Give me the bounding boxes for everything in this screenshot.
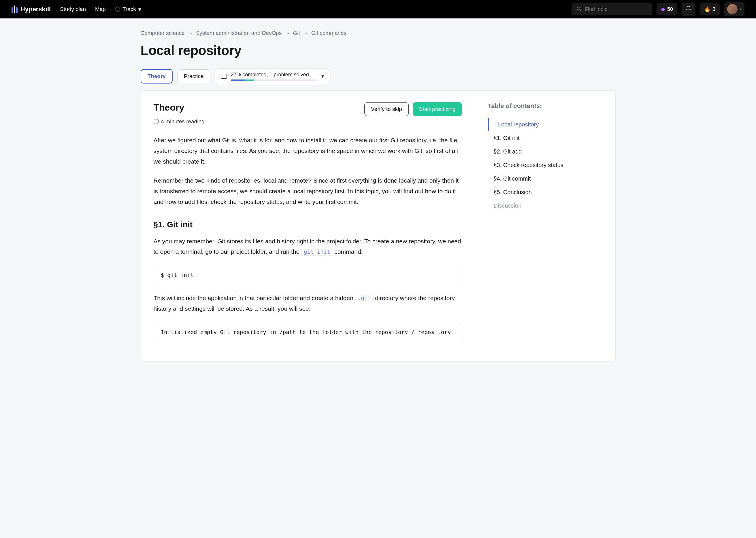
breadcrumb: Computer science → System administration… — [141, 30, 615, 36]
svg-line-1 — [580, 10, 580, 10]
bell-icon — [686, 6, 691, 13]
map-icon — [221, 74, 227, 79]
section-heading: Theory — [154, 102, 185, 113]
nav-track[interactable]: Track ▾ — [115, 6, 141, 13]
theory-header: Theory Verify to skip Start practicing — [154, 102, 462, 116]
chevron-down-icon: ▾ — [138, 6, 141, 13]
toc-title: Table of contents: — [488, 102, 586, 110]
code-block: $ git init — [154, 266, 462, 284]
nav-study-plan[interactable]: Study plan — [60, 6, 86, 12]
toc-item[interactable]: §4. Git commit — [488, 172, 586, 186]
code-block: Initialized empty Git repository in /pat… — [154, 323, 462, 341]
toc-item[interactable]: §3. Check repository status — [488, 158, 586, 172]
breadcrumb-item[interactable]: Computer science — [141, 30, 185, 36]
search-box[interactable] — [571, 3, 652, 15]
toc-item[interactable]: §1. Git init — [488, 131, 586, 145]
progress-text: 27% completed, 1 problem solved — [231, 72, 317, 78]
toc-item[interactable]: §2. Git add — [488, 145, 586, 158]
content-card: Theory Verify to skip Start practicing 4… — [141, 90, 615, 362]
nav-map[interactable]: Map — [95, 6, 106, 12]
gem-icon: ◆ — [661, 6, 665, 12]
logo[interactable]: Hyperskill — [12, 6, 51, 13]
avatar — [727, 4, 737, 14]
tab-practice[interactable]: Practice — [177, 70, 210, 83]
tab-theory[interactable]: Theory — [141, 69, 173, 83]
paragraph: Remember the two kinds of repositories: … — [154, 175, 462, 207]
streak-pill[interactable]: 🔥 3 — [700, 3, 720, 15]
code-inline: .git — [355, 294, 374, 302]
toc-item[interactable]: §5. Conclusion — [488, 186, 586, 199]
user-menu[interactable]: ▾ — [724, 2, 744, 16]
breadcrumb-item[interactable]: System administration and DevOps — [196, 30, 282, 36]
breadcrumb-item[interactable]: Git commands — [311, 30, 346, 36]
notifications-pill[interactable] — [682, 3, 695, 16]
paragraph: As you may remember, Git stores its file… — [154, 236, 462, 257]
tab-row: Theory Practice 27% completed, 1 problem… — [141, 69, 615, 84]
search-icon — [576, 6, 581, 12]
svg-point-0 — [577, 7, 580, 10]
gems-pill[interactable]: ◆ 50 — [657, 3, 677, 15]
clock-icon — [154, 119, 159, 124]
breadcrumb-item[interactable]: Git — [293, 30, 300, 36]
logo-icon — [12, 6, 18, 13]
chevron-down-icon: ▾ — [321, 73, 324, 80]
paragraph: After we figured out what Git is, what i… — [154, 135, 462, 167]
spinner-icon — [115, 7, 120, 12]
brand-name: Hyperskill — [21, 6, 51, 13]
toc-column: Table of contents: ↑ Local repository §1… — [488, 102, 586, 350]
subheading-git-init: §1. Git init — [154, 220, 462, 229]
search-input[interactable] — [585, 6, 648, 12]
main-container: Computer science → System administration… — [125, 19, 632, 373]
code-inline: git init — [301, 248, 333, 256]
reading-time: 4 minutes reading — [154, 118, 462, 125]
navbar: Hyperskill Study plan Map Track ▾ ◆ 50 🔥… — [0, 0, 756, 19]
toc-item-discussion[interactable]: Discussion — [488, 199, 586, 213]
verify-skip-button[interactable]: Verify to skip — [364, 102, 409, 116]
progress-pill[interactable]: 27% completed, 1 problem solved ▾ — [215, 69, 330, 84]
paragraph: This will include the application in tha… — [154, 293, 462, 314]
toc-item[interactable]: ↑ Local repository — [488, 118, 586, 131]
progress-bar — [231, 80, 317, 81]
start-practicing-button[interactable]: Start practicing — [413, 102, 462, 116]
page-title: Local repository — [141, 43, 615, 58]
chevron-down-icon: ▾ — [740, 7, 742, 11]
main-column: Theory Verify to skip Start practicing 4… — [154, 102, 462, 350]
navbar-right: ◆ 50 🔥 3 ▾ — [571, 2, 744, 16]
flame-icon: 🔥 — [704, 6, 711, 12]
